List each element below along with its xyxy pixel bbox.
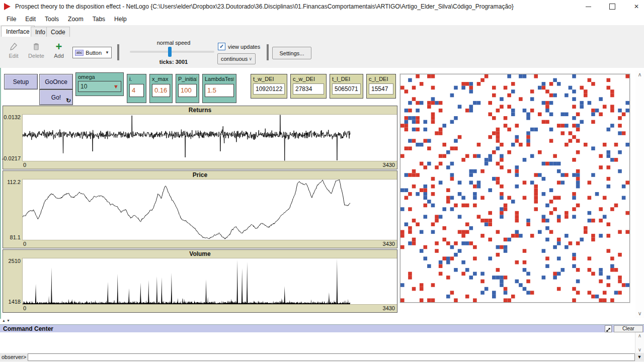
plot-title: Volume bbox=[3, 250, 397, 258]
chooser-selected-value: 10 bbox=[80, 83, 87, 90]
widget-type-dropdown[interactable]: abc Button ▼ bbox=[72, 47, 112, 58]
command-center-title: Command Center bbox=[0, 325, 53, 332]
interface-scrollbar[interactable]: ∧ ∨ bbox=[635, 70, 644, 318]
omega-chooser[interactable]: omega 10 ▼ bbox=[75, 72, 124, 96]
monitor-label: t_w_DEI bbox=[253, 76, 285, 82]
input-value[interactable]: 4 bbox=[129, 84, 144, 97]
x-max-label: 3430 bbox=[383, 240, 395, 248]
world-view[interactable] bbox=[400, 74, 630, 303]
splitter-arrows-icon[interactable]: ▲▼ bbox=[2, 319, 11, 322]
monitor-value: 5065071 bbox=[332, 83, 361, 95]
maximize-icon bbox=[609, 4, 615, 10]
plus-icon: + bbox=[51, 42, 66, 53]
menu-zoom[interactable]: Zoom bbox=[63, 13, 88, 25]
y-max-label: 2510 bbox=[9, 258, 21, 264]
go-button-label: Go! bbox=[51, 94, 61, 101]
plot-title: Price bbox=[3, 171, 397, 179]
abc-widget-icon: abc bbox=[75, 50, 84, 56]
command-center-output[interactable]: ∧ ∨ bbox=[0, 332, 644, 353]
monitor-t-w-dei: t_w_DEI 10920122 bbox=[251, 74, 287, 99]
scroll-down-icon[interactable]: ∨ bbox=[635, 310, 644, 317]
y-axis-labels: 112.2 81.1 bbox=[3, 179, 22, 240]
maximize-button[interactable] bbox=[601, 0, 624, 13]
toolbar-separator bbox=[267, 44, 269, 60]
scroll-up-icon[interactable]: ∧ bbox=[635, 333, 644, 338]
netlogo-logo-icon bbox=[4, 3, 11, 10]
monitor-c-l-dei: c_l_DEI 15547 bbox=[366, 74, 396, 99]
monitor-value: 10920122 bbox=[253, 83, 285, 95]
input-value[interactable]: 0.16 bbox=[152, 84, 170, 97]
scroll-down-icon[interactable]: ∨ bbox=[635, 347, 644, 352]
clear-button[interactable]: Clear bbox=[614, 325, 643, 332]
setup-button-label: Setup bbox=[13, 78, 29, 85]
minimize-icon bbox=[586, 7, 591, 7]
plot-price: Price 112.2 81.1 0 3430 bbox=[3, 170, 397, 248]
input-label: i. bbox=[129, 76, 144, 82]
menu-tabs[interactable]: Tabs bbox=[88, 13, 110, 25]
title-bar: Prospect theory to the disposition effec… bbox=[0, 0, 644, 14]
x-min-label: 0 bbox=[23, 240, 26, 248]
widget-type-value: Button bbox=[86, 50, 102, 56]
y-axis-labels: 0.0132 -0.0217 bbox=[3, 114, 22, 161]
plot-canvas-returns bbox=[22, 114, 397, 161]
command-scrollbar[interactable]: ∧ ∨ bbox=[635, 332, 644, 353]
plot-title: Returns bbox=[3, 106, 397, 114]
setup-button[interactable]: Setup bbox=[4, 74, 38, 89]
update-mode-value: continuous bbox=[221, 56, 248, 62]
edit-tool-button[interactable]: Edit bbox=[6, 42, 21, 59]
update-mode-dropdown[interactable]: continuous ∨ bbox=[217, 53, 256, 64]
speed-slider-thumb[interactable] bbox=[168, 47, 172, 57]
input-lambda-teste[interactable]: LambdaTeste 1.5 bbox=[202, 74, 236, 103]
tab-interface[interactable]: Interface bbox=[1, 26, 35, 37]
input-label: LambdaTeste bbox=[205, 76, 234, 82]
y-axis-labels: 2510 1418 bbox=[3, 258, 22, 305]
chooser-label: omega bbox=[78, 74, 121, 80]
expand-icon[interactable] bbox=[605, 325, 612, 332]
menu-help[interactable]: Help bbox=[110, 13, 131, 25]
go-once-button[interactable]: GoOnce bbox=[39, 74, 73, 89]
menu-file[interactable]: File bbox=[2, 13, 21, 25]
scroll-up-icon[interactable]: ∧ bbox=[635, 71, 644, 78]
plot-canvas-price bbox=[22, 179, 397, 240]
input-x-max[interactable]: x_max 0.16 bbox=[149, 74, 173, 103]
command-input[interactable] bbox=[28, 353, 635, 361]
chevron-down-icon: ▼ bbox=[105, 50, 109, 55]
observer-prompt: observer> bbox=[0, 354, 28, 360]
go-forever-button[interactable]: Go! ↻ bbox=[39, 89, 73, 105]
dropdown-arrow-icon: ▼ bbox=[113, 83, 119, 89]
speed-slider-track[interactable] bbox=[130, 51, 214, 53]
interface-edge bbox=[0, 68, 1, 319]
history-dropdown-icon[interactable]: ▼ bbox=[635, 354, 644, 359]
x-max-label: 3430 bbox=[383, 161, 395, 169]
input-p-initial[interactable]: P_initial 100 bbox=[176, 74, 199, 103]
plot-returns: Returns 0.0132 -0.0217 0 3430 bbox=[3, 106, 397, 169]
close-button[interactable]: ✕ bbox=[625, 0, 644, 13]
ticks-counter: ticks: 3001 bbox=[128, 59, 219, 65]
menu-edit[interactable]: Edit bbox=[21, 13, 40, 25]
delete-tool-button[interactable]: Delete bbox=[26, 42, 46, 59]
monitor-label: c_l_DEI bbox=[369, 76, 393, 82]
toolbar: Edit Delete + Add abc Button ▼ normal sp… bbox=[0, 37, 644, 68]
minimize-button[interactable] bbox=[577, 0, 600, 13]
monitor-label: c_w_DEI bbox=[293, 76, 324, 82]
settings-button[interactable]: Settings... bbox=[272, 47, 311, 59]
chooser-value[interactable]: 10 ▼ bbox=[78, 81, 121, 92]
add-tool-button[interactable]: + Add bbox=[51, 42, 66, 59]
add-tool-label: Add bbox=[54, 53, 64, 59]
pencil-icon bbox=[6, 42, 21, 53]
monitor-label: t_l_DEI bbox=[332, 76, 361, 82]
view-updates-checkbox[interactable]: ✓ bbox=[218, 43, 225, 50]
input-value[interactable]: 100 bbox=[178, 84, 197, 97]
x-axis-labels: 0 3430 bbox=[22, 240, 397, 248]
tab-code[interactable]: Code bbox=[46, 27, 70, 37]
input-i[interactable]: i. 4 bbox=[127, 74, 146, 103]
y-min-label: 1418 bbox=[9, 299, 21, 305]
input-label: P_initial bbox=[178, 76, 197, 82]
y-min-label: 81.1 bbox=[10, 234, 21, 240]
menu-tools[interactable]: Tools bbox=[40, 13, 63, 25]
tab-strip: Interface Info Code bbox=[0, 25, 644, 37]
monitor-value: 15547 bbox=[369, 83, 393, 95]
edit-tool-label: Edit bbox=[9, 53, 19, 59]
x-max-label: 3430 bbox=[383, 305, 395, 312]
input-value[interactable]: 1.5 bbox=[205, 84, 234, 97]
